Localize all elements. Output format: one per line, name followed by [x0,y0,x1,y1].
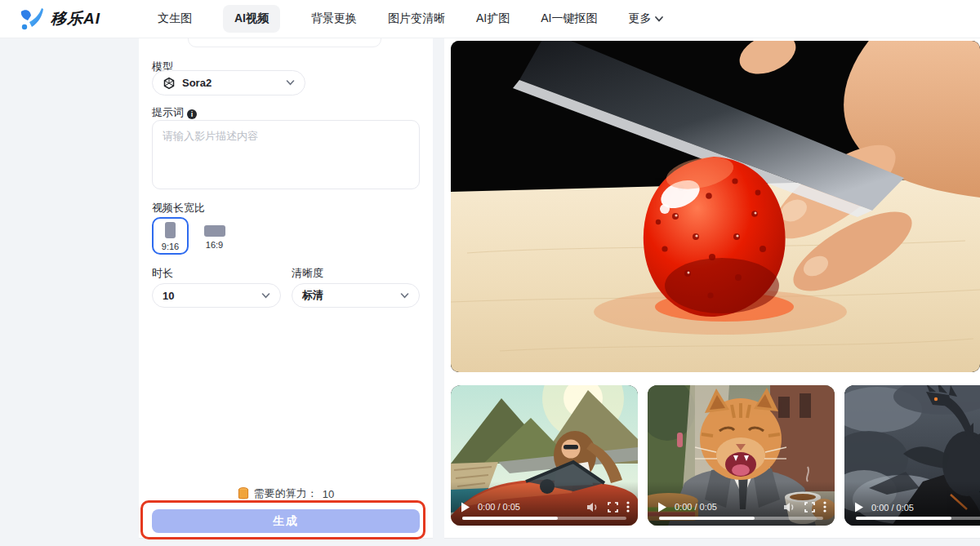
portrait-ratio-icon [165,222,176,238]
fullscreen-icon[interactable] [608,502,618,513]
logo-bird-icon [18,6,44,32]
prompt-label-text: 提示词 [152,106,184,118]
chevron-down-icon [400,293,409,299]
generate-button[interactable]: 生成 [152,509,420,533]
chevron-down-icon [655,16,663,22]
quality-value: 标清 [302,288,323,303]
fullscreen-icon[interactable] [804,502,815,513]
top-nav: 移乐AI 文生图 AI视频 背景更换 图片变清晰 AI扩图 AI一键抠图 更多 [0,0,980,38]
aspect-option-16-9[interactable]: 16:9 [196,217,233,255]
credits-label: 需要的算力： [254,486,318,501]
quality-label: 清晰度 [292,266,323,281]
aspect-option-label: 16:9 [206,240,223,250]
tab-image-enhance[interactable]: 图片变清晰 [388,11,445,26]
aspect-option-9-16[interactable]: 9:16 [152,217,189,255]
tab-text-to-image[interactable]: 文生图 [158,11,192,26]
video-gallery: 0:00 / 0:05 [444,38,980,539]
more-vert-icon[interactable] [823,501,826,513]
tab-background-replace[interactable]: 背景更换 [311,11,357,26]
video-progress-bar[interactable] [659,517,823,520]
video-time: 0:00 / 0:05 [478,502,520,512]
info-icon[interactable]: i [187,109,197,119]
duration-value: 10 [163,290,174,302]
gallery-video-convertible[interactable]: 0:00 / 0:05 [451,385,638,526]
tab-ai-cutout[interactable]: AI一键抠图 [541,11,597,26]
brand-logo[interactable]: 移乐AI [18,6,100,32]
tab-more-label: 更多 [628,11,651,26]
video-progress-bar[interactable] [856,517,980,520]
duration-label: 时长 [152,266,173,281]
chevron-down-icon [261,293,270,299]
quality-select[interactable]: 标清 [292,283,420,308]
chevron-down-icon [286,80,295,86]
aspect-ratio-label: 视频长宽比 [152,201,205,215]
video-settings-panel: 模型 Sora2 提示词i 视频长宽比 9:16 16:9 [139,38,433,539]
nav-tabs: 文生图 AI视频 背景更换 图片变清晰 AI扩图 AI一键抠图 更多 [158,5,663,33]
duration-select[interactable]: 10 [152,283,281,308]
video-progress-bar[interactable] [462,517,626,520]
credits-value: 10 [323,488,334,500]
brand-name: 移乐AI [51,8,100,29]
openai-icon [163,77,176,90]
prompt-label: 提示词i [152,105,197,120]
model-select[interactable]: Sora2 [152,70,305,95]
gallery-video-dragon[interactable]: 0:00 / 0:05 [844,385,980,526]
play-icon[interactable] [461,502,470,513]
tab-ai-video[interactable]: AI视频 [223,5,280,33]
aspect-option-label: 9:16 [162,242,179,251]
gallery-video-cat-suit[interactable]: 0:00 / 0:05 [648,385,835,526]
play-icon[interactable] [657,502,666,513]
landscape-ratio-icon [204,225,225,237]
volume-icon[interactable] [784,502,796,513]
prompt-input[interactable] [152,120,420,189]
main-video-preview[interactable] [451,41,980,372]
strawberry-cutting-video-frame [451,41,980,372]
tab-ai-outpaint[interactable]: AI扩图 [476,11,510,26]
video-time: 0:00 / 0:05 [871,503,914,513]
more-vert-icon[interactable] [626,501,630,513]
model-value: Sora2 [182,77,212,89]
volume-icon[interactable] [587,502,599,513]
play-icon[interactable] [854,502,863,513]
tab-more[interactable]: 更多 [628,11,663,26]
required-credits: 需要的算力： 10 [139,486,433,501]
video-time: 0:00 / 0:05 [675,502,717,512]
app-page: 移乐AI 文生图 AI视频 背景更换 图片变清晰 AI扩图 AI一键抠图 更多 … [0,0,980,546]
coin-stack-icon [238,487,249,500]
